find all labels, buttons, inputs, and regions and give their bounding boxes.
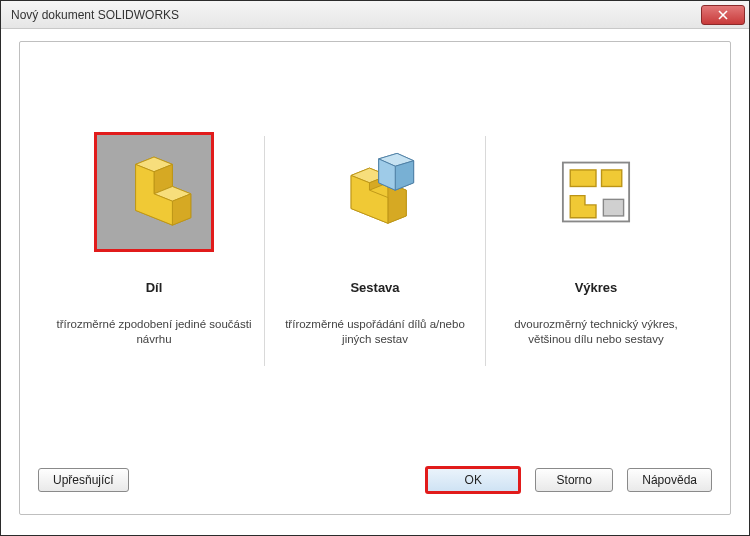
svg-marker-15 <box>395 161 413 190</box>
options-row: Díl třírozměrné zpodobení jediné součást… <box>20 132 730 366</box>
option-assembly[interactable]: Sestava třírozměrné uspořádání dílů a/ne… <box>265 132 485 347</box>
button-bar: Upřesňující OK Storno Nápověda <box>38 466 712 494</box>
close-icon <box>718 10 728 20</box>
titlebar: Nový dokument SOLIDWORKS <box>1 1 749 29</box>
option-part[interactable]: Díl třírozměrné zpodobení jediné součást… <box>44 132 264 347</box>
content-panel: Díl třírozměrné zpodobení jediné součást… <box>19 41 731 515</box>
assembly-title: Sestava <box>350 280 399 295</box>
part-icon-box[interactable] <box>94 132 214 252</box>
part-desc: třírozměrné zpodobení jediné součásti ná… <box>54 317 254 347</box>
help-button[interactable]: Nápověda <box>627 468 712 492</box>
svg-rect-19 <box>602 170 622 187</box>
svg-rect-18 <box>570 170 596 187</box>
assembly-desc: třírozměrné uspořádání dílů a/nebo jinýc… <box>275 317 475 347</box>
part-icon <box>108 146 200 238</box>
window-title: Nový dokument SOLIDWORKS <box>11 8 179 22</box>
right-buttons: OK Storno Nápověda <box>425 466 712 494</box>
option-drawing[interactable]: Výkres dvourozměrný technický výkres, vě… <box>486 132 706 347</box>
svg-rect-20 <box>603 199 623 216</box>
cancel-button[interactable]: Storno <box>535 468 613 492</box>
ok-button[interactable]: OK <box>425 466 521 494</box>
drawing-icon <box>550 146 642 238</box>
part-title: Díl <box>146 280 163 295</box>
assembly-icon-box[interactable] <box>315 132 435 252</box>
drawing-title: Výkres <box>575 280 618 295</box>
drawing-icon-box[interactable] <box>536 132 656 252</box>
assembly-icon <box>329 146 421 238</box>
dialog-window: Nový dokument SOLIDWORKS <box>0 0 750 536</box>
close-button[interactable] <box>701 5 745 25</box>
advanced-button[interactable]: Upřesňující <box>38 468 129 492</box>
drawing-desc: dvourozměrný technický výkres, většinou … <box>496 317 696 347</box>
